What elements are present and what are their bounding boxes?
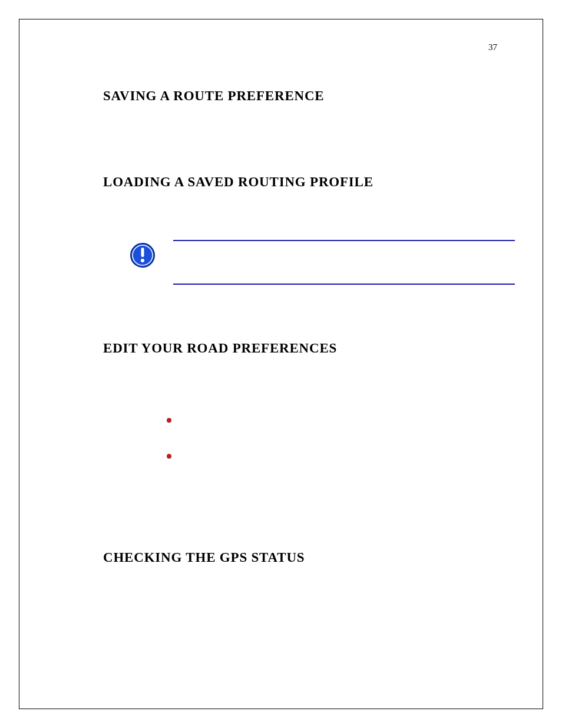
svg-point-3 [141, 259, 144, 262]
bullet-list [167, 418, 515, 459]
bullet-item [167, 454, 171, 459]
heading-edit-road-preferences: EDIT YOUR ROAD PREFERENCES [103, 341, 515, 356]
info-callout-rules [173, 240, 515, 285]
svg-rect-2 [141, 248, 144, 257]
info-icon [130, 242, 156, 271]
heading-checking-gps-status: CHECKING THE GPS STATUS [103, 550, 515, 565]
page-content: SAVING A ROUTE PREFERENCE LOADING A SAVE… [103, 77, 515, 565]
info-divider-top [173, 240, 515, 241]
info-divider-bottom [173, 284, 515, 285]
heading-loading-saved-routing-profile: LOADING A SAVED ROUTING PROFILE [103, 174, 515, 190]
info-callout [130, 240, 515, 285]
page-number: 37 [488, 42, 497, 52]
heading-saving-route-preference: SAVING A ROUTE PREFERENCE [103, 88, 515, 104]
bullet-item [167, 418, 171, 423]
